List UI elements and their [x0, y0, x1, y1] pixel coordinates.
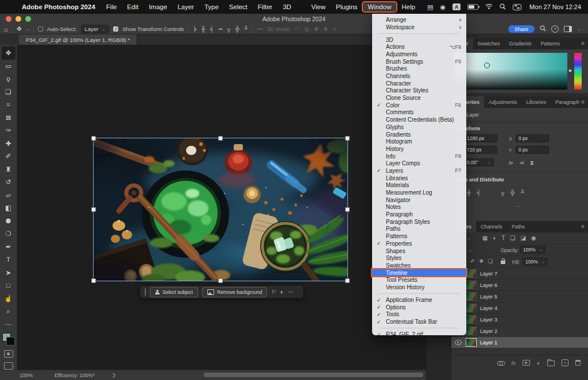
lock-option-icon[interactable]: ❏ [488, 258, 493, 264]
healing-brush-tool[interactable]: ✚ [2, 137, 16, 150]
transform-handle[interactable] [91, 207, 96, 212]
filter-icon[interactable]: T [502, 235, 505, 241]
window-menu-item[interactable]: ✓ Options › [372, 304, 466, 311]
layer-row[interactable]: Layer 6 [451, 280, 588, 291]
panel-tab[interactable]: Adjustments [484, 96, 522, 108]
flip-icon[interactable]: ⊳ [509, 160, 513, 166]
panel-tab[interactable]: Patterns [536, 38, 565, 49]
height-field[interactable]: 720 px [464, 146, 497, 154]
workspace-layout-icon[interactable] [564, 26, 572, 32]
filter-icon[interactable]: ◪ [521, 235, 526, 241]
layer-thumbnail[interactable] [466, 281, 477, 289]
quick-mask-button[interactable] [4, 350, 13, 358]
window-menu-item[interactable]: ✓ Layers F7 › [372, 167, 466, 175]
window-menu-item[interactable]: ✓ Character › [372, 80, 466, 87]
window-menu-item[interactable]: ✓ Shapes › [372, 247, 466, 255]
battery-icon[interactable] [467, 4, 478, 10]
blend-mode-dropdown[interactable]: ⌄ [469, 248, 472, 253]
window-menu-item[interactable]: ✓ Styles › [372, 254, 466, 262]
menubar-item[interactable]: Layer [172, 2, 199, 11]
menubar-item[interactable]: Plugins [331, 2, 363, 11]
window-menu-item[interactable]: ✓ Arrange › [372, 16, 466, 24]
panel-tab[interactable]: Libraries [522, 96, 551, 108]
filter-icon[interactable]: ◉ [531, 235, 536, 241]
width-field[interactable]: 1280 px [464, 134, 497, 142]
distribute-icon[interactable]: ╥ [501, 189, 505, 196]
window-menu-item[interactable]: ✓ Channels › [372, 72, 466, 80]
transform-handle[interactable] [345, 278, 350, 283]
minimize-window-button[interactable] [16, 16, 21, 22]
window-menu-item[interactable]: ✓ Paragraph Styles › [372, 218, 466, 226]
more-options-icon[interactable]: ⋯ [257, 25, 263, 33]
window-menu-item[interactable]: ✓ Workspace › [372, 24, 466, 31]
window-menu-item[interactable]: ✓ Paragraph › [372, 211, 466, 218]
canvas-area[interactable]: Select subject Remove background ⚐ ◐ ⋯ [17, 45, 426, 370]
window-menu-item[interactable]: ✓ Glyphs › [372, 123, 466, 131]
control-center-icon[interactable] [513, 4, 521, 10]
window-menu-item[interactable]: ✓ Character Styles › [372, 87, 466, 95]
lasso-tool[interactable]: ϙ [2, 72, 16, 86]
adjustment-layer-icon[interactable]: ◐ [537, 360, 540, 366]
menubar-item[interactable]: View [306, 2, 331, 11]
layer-thumbnail[interactable] [466, 338, 477, 347]
layer-row[interactable]: Layer 2 [451, 325, 588, 337]
menubar-item[interactable]: Help [396, 2, 420, 11]
menubar-item[interactable]: Type [199, 2, 224, 11]
eyedropper-tool[interactable]: ✑ [2, 124, 16, 137]
lock-all-icon[interactable] [501, 261, 505, 264]
window-menu-item[interactable]: ✓ Comments › [372, 109, 466, 117]
layer-thumbnail[interactable] [466, 315, 477, 324]
window-menu-item[interactable]: ✓ Brushes › [372, 65, 466, 73]
transform-handle[interactable] [91, 278, 96, 283]
transform-handle[interactable] [218, 278, 223, 283]
chevron-down-icon[interactable]: ⌄ [26, 27, 29, 32]
menubar-item-window[interactable]: Window [363, 2, 397, 11]
window-menu-item[interactable]: ✓ Application Frame › [372, 296, 466, 304]
align-icon[interactable]: ╞ [192, 26, 196, 32]
frame-tool[interactable]: ⊠ [2, 111, 16, 125]
stage-manager-icon[interactable]: ▤ [427, 3, 433, 11]
align-icon[interactable]: ╡ [210, 26, 214, 32]
transform-handle[interactable] [218, 136, 223, 141]
filter-type-dropdown[interactable]: ⌄ [467, 236, 471, 241]
panel-menu-icon[interactable]: ≡ [581, 223, 585, 230]
window-menu-item[interactable]: ✓ 3D › [372, 36, 466, 44]
move-tool[interactable]: ✥ [2, 46, 16, 60]
object-selection-tool[interactable]: ❏ [2, 86, 16, 99]
window-menu-item[interactable]: ✓ Patterns › [372, 232, 466, 240]
type-tool[interactable]: T [2, 253, 16, 266]
zoom-tool[interactable]: ⌕ [2, 305, 16, 318]
pen-tool[interactable]: ✒ [2, 241, 16, 254]
eraser-tool[interactable]: ▱ [2, 189, 16, 202]
window-menu-item[interactable]: ✓ Properties › [372, 240, 466, 247]
color-saturation-field[interactable] [455, 53, 567, 90]
menubar-clock[interactable]: Mon 27 Nov 12:24 [529, 3, 583, 10]
menubar-item[interactable]: Edit [122, 2, 144, 11]
toolbar-more[interactable]: ⋯ [2, 318, 16, 331]
brush-tool[interactable]: ✐ [2, 150, 16, 163]
distribute-icon[interactable]: ╬ [510, 189, 514, 196]
flip-icon[interactable]: ⧗ [530, 160, 534, 166]
opacity-field[interactable]: 100%⌄ [520, 246, 546, 254]
adjustment-icon[interactable]: ◐ [280, 289, 284, 295]
search-icon[interactable] [540, 25, 546, 33]
crop-icon[interactable]: ⚐ [271, 289, 276, 295]
distribute-icon[interactable]: ╨ [520, 189, 524, 196]
window-menu-item[interactable]: ✓ Content Credentials (Beta) › [372, 116, 466, 123]
color-picker-marker[interactable] [484, 63, 490, 68]
spotlight-search-icon[interactable] [500, 3, 506, 11]
window-menu-item[interactable]: ✓ Libraries › [372, 175, 466, 182]
filter-icon[interactable]: ▦ [482, 235, 488, 241]
gradient-tool[interactable]: ◧ [2, 201, 16, 215]
menubar-item[interactable]: File [101, 2, 122, 11]
panel-tab[interactable]: Paths [507, 221, 529, 232]
share-button[interactable]: Share [508, 25, 535, 33]
window-menu-item[interactable]: ✓ Histogram › [372, 138, 466, 145]
wifi-icon[interactable] [485, 3, 493, 10]
distribute-icon[interactable]: ╥ [227, 26, 231, 32]
window-menu-item[interactable]: ✓ P34_GIF_2.gif › [372, 331, 466, 338]
transform-handle[interactable] [91, 136, 96, 141]
horizontal-scrollbar[interactable] [204, 373, 423, 377]
layer-thumbnail[interactable] [466, 292, 477, 301]
window-menu-item[interactable]: ✓ Paths › [372, 226, 466, 233]
